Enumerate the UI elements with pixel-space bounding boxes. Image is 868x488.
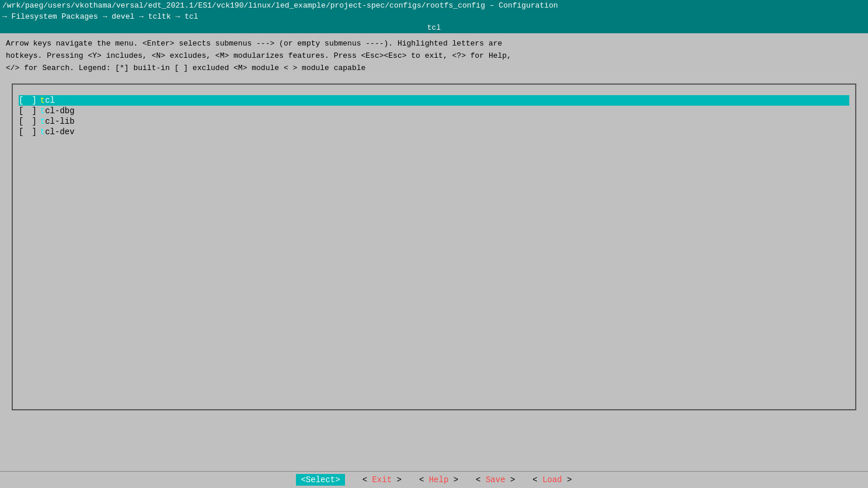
select-button[interactable]: <Select> [296, 475, 344, 484]
help-button[interactable]: < Help > [419, 475, 458, 484]
help-label: Help [429, 475, 449, 484]
load-label: Load [542, 475, 562, 484]
load-button[interactable]: < Load > [532, 475, 571, 484]
bracket-close-tcl-dev: ] [32, 127, 36, 137]
help-text-area: Arrow keys navigate the menu. <Enter> se… [0, 33, 868, 79]
menu-item-tcl-dev[interactable]: [ ] tcl-dev [19, 127, 849, 137]
breadcrumb-item-0[interactable]: Filesystem Packages [12, 12, 98, 21]
bracket-close-tcl: ] [32, 96, 36, 105]
exit-label: Exit [372, 475, 392, 484]
check-tcl-dev [25, 127, 32, 137]
bracket-close-tcl-lib: ] [32, 117, 36, 126]
help-line-3: </> for Search. Legend: [*] built-in [ ]… [6, 62, 862, 75]
bracket-open-tcl-lib: [ [19, 117, 23, 126]
path-text: /wrk/paeg/users/vkothama/versal/edt_2021… [2, 1, 558, 10]
menu-item-tcl-dbg[interactable]: [ ] tcl-dbg [19, 106, 849, 116]
bracket-open-tcl: [ [19, 96, 23, 105]
bracket-open-tcl-dbg: [ [19, 106, 23, 116]
check-tcl [25, 96, 32, 105]
bracket-close-tcl-dbg: ] [32, 106, 36, 116]
path-bar: /wrk/paeg/users/vkothama/versal/edt_2021… [0, 0, 868, 11]
save-label: Save [486, 475, 506, 484]
help-line-1: Arrow keys navigate the menu. <Enter> se… [6, 38, 862, 50]
exit-button[interactable]: < Exit > [362, 475, 402, 484]
item-name-tcl: tcl [40, 96, 55, 105]
select-label[interactable]: <Select> [296, 474, 344, 486]
help-line-2: hotkeys. Pressing <Y> includes, <N> excl… [6, 50, 862, 62]
breadcrumb-item-2[interactable]: tcltk [148, 12, 171, 21]
check-tcl-dbg [25, 106, 32, 116]
menu-item-tcl-lib[interactable]: [ ] tcl-lib [19, 116, 849, 127]
main-content: [ ] tcl [ ] tcl-dbg [ ] tcl-lib [12, 83, 856, 410]
title-bar: tcl [0, 22, 868, 33]
breadcrumb-item-1[interactable]: devel [111, 12, 134, 21]
item-name-tcl-dev: tcl-dev [40, 127, 75, 137]
breadcrumb-item-3[interactable]: tcl [184, 12, 198, 21]
bottom-bar: <Select> < Exit > < Help > < Save > < Lo… [0, 471, 868, 488]
window-title: tcl [427, 23, 441, 32]
check-tcl-lib [25, 117, 32, 126]
menu-item-tcl[interactable]: [ ] tcl [19, 95, 849, 106]
breadcrumb-bar: → Filesystem Packages → devel → tcltk → … [0, 11, 868, 22]
item-name-tcl-lib: tcl-lib [40, 117, 75, 126]
bracket-open-tcl-dev: [ [19, 127, 23, 137]
menu-area: [ ] tcl [ ] tcl-dbg [ ] tcl-lib [19, 90, 849, 142]
breadcrumb-arrow: → [2, 12, 12, 21]
item-name-tcl-dbg: tcl-dbg [40, 106, 75, 116]
save-button[interactable]: < Save > [476, 475, 515, 484]
